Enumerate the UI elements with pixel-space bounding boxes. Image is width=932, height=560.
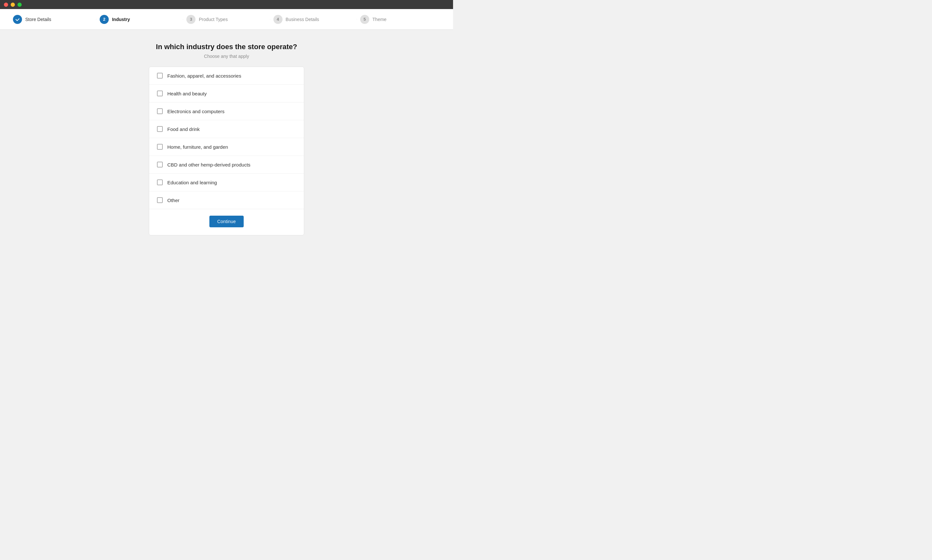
continue-button[interactable]: Continue — [209, 215, 244, 227]
checkbox-health[interactable] — [157, 91, 163, 96]
option-label-electronics: Electronics and computers — [167, 109, 225, 114]
checkbox-electronics[interactable] — [157, 108, 163, 114]
checkbox-education[interactable] — [157, 180, 163, 185]
option-education[interactable]: Education and learning — [149, 174, 304, 191]
option-food[interactable]: Food and drink — [149, 120, 304, 138]
checkbox-food[interactable] — [157, 126, 163, 132]
option-label-health: Health and beauty — [167, 91, 207, 96]
option-label-education: Education and learning — [167, 180, 217, 185]
step-label-business-details: Business Details — [286, 17, 319, 22]
title-bar — [0, 0, 453, 9]
step-bar: Store Details 2 Industry 3 Product Types… — [0, 9, 453, 30]
step-business-details[interactable]: 4 Business Details — [273, 15, 353, 24]
button-row: Continue — [149, 209, 304, 235]
option-fashion[interactable]: Fashion, apparel, and accessories — [149, 67, 304, 85]
option-cbd[interactable]: CBD and other hemp-derived products — [149, 156, 304, 174]
step-industry[interactable]: 2 Industry — [100, 15, 180, 24]
step-label-store-details: Store Details — [25, 17, 51, 22]
checkbox-home[interactable] — [157, 144, 163, 150]
option-other[interactable]: Other — [149, 191, 304, 209]
step-number-industry: 2 — [100, 15, 109, 24]
option-label-cbd: CBD and other hemp-derived products — [167, 162, 250, 168]
step-store-details[interactable]: Store Details — [13, 15, 93, 24]
option-electronics[interactable]: Electronics and computers — [149, 103, 304, 120]
step-product-types[interactable]: 3 Product Types — [187, 15, 266, 24]
checkbox-cbd[interactable] — [157, 162, 163, 168]
minimize-button[interactable] — [11, 3, 15, 7]
checkbox-other[interactable] — [157, 197, 163, 203]
step-number-product-types: 3 — [187, 15, 196, 24]
close-button[interactable] — [4, 3, 8, 7]
page-subtitle: Choose any that apply — [204, 54, 249, 59]
option-health[interactable]: Health and beauty — [149, 85, 304, 103]
industry-card: Fashion, apparel, and accessories Health… — [149, 67, 304, 235]
page-title: In which industry does the store operate… — [156, 43, 297, 51]
option-home[interactable]: Home, furniture, and garden — [149, 138, 304, 156]
option-label-other: Other — [167, 198, 180, 203]
step-label-product-types: Product Types — [199, 17, 227, 22]
step-number-business-details: 4 — [273, 15, 282, 24]
step-label-theme: Theme — [372, 17, 387, 22]
option-label-fashion: Fashion, apparel, and accessories — [167, 73, 241, 78]
main-content: In which industry does the store operate… — [0, 30, 453, 280]
step-number-theme: 5 — [360, 15, 369, 24]
option-label-food: Food and drink — [167, 126, 200, 132]
option-label-home: Home, furniture, and garden — [167, 144, 228, 150]
step-label-industry: Industry — [112, 17, 130, 22]
step-number-store-details — [13, 15, 22, 24]
checkbox-fashion[interactable] — [157, 73, 163, 78]
step-theme[interactable]: 5 Theme — [360, 15, 440, 24]
maximize-button[interactable] — [17, 3, 22, 7]
